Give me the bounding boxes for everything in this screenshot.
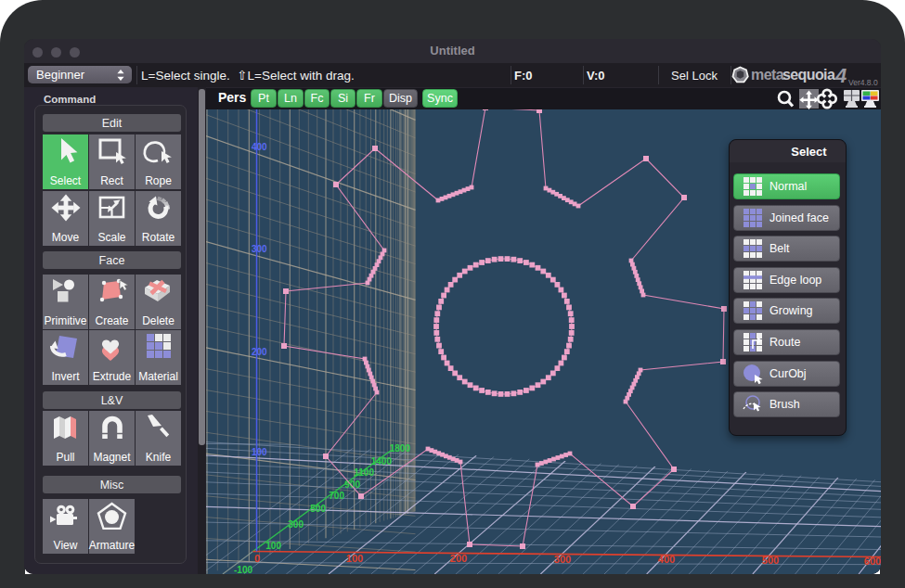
svg-text:100: 100	[346, 553, 363, 564]
svg-text:600: 600	[864, 556, 881, 567]
svg-text:1100: 1100	[354, 467, 374, 478]
svg-text:1800: 1800	[390, 443, 411, 454]
svg-text:1400: 1400	[371, 456, 393, 467]
svg-text:500: 500	[310, 504, 326, 514]
svg-text:4: 4	[834, 66, 847, 87]
svg-text:-100: -100	[234, 565, 252, 574]
svg-text:0: 0	[254, 553, 260, 564]
svg-text:300: 300	[288, 519, 304, 530]
svg-text:200: 200	[450, 553, 467, 564]
svg-text:100: 100	[265, 541, 281, 551]
svg-text:sequoia: sequoia	[782, 67, 835, 83]
svg-text:Ver4.8.0: Ver4.8.0	[848, 78, 878, 87]
svg-text:400: 400	[658, 554, 675, 565]
svg-text:700: 700	[329, 491, 344, 501]
svg-text:500: 500	[762, 555, 779, 566]
svg-text:400: 400	[252, 142, 267, 152]
svg-text:100: 100	[252, 447, 267, 457]
svg-text:meta: meta	[751, 67, 784, 83]
svg-text:200: 200	[252, 347, 267, 357]
svg-text:300: 300	[554, 554, 571, 565]
svg-text:300: 300	[252, 244, 267, 254]
